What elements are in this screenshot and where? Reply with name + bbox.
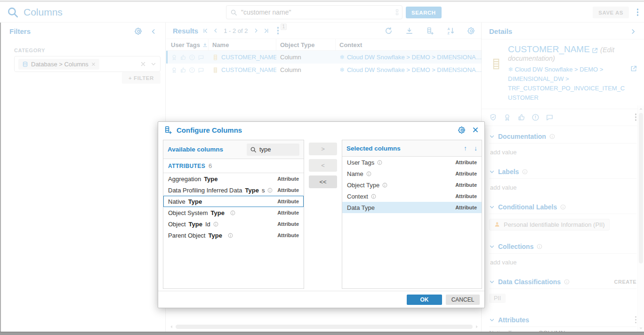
add-value-field[interactable]: add value [489, 144, 636, 161]
section-chevron-down-icon[interactable] [489, 317, 495, 323]
selected-column-item[interactable]: Name Attribute [342, 168, 482, 179]
shield-check-icon[interactable] [489, 113, 497, 121]
add-filter-button[interactable]: + FILTER [122, 72, 161, 84]
col-header-name[interactable]: Name [212, 41, 229, 48]
col-header-user-tags[interactable]: User Tags [171, 41, 200, 48]
open-object-external-link-icon[interactable] [591, 47, 598, 54]
collapse-filters-chevron-left-icon[interactable] [150, 28, 157, 35]
available-column-item[interactable]: Object System Type Attribute [163, 207, 304, 218]
certification-award-icon[interactable] [171, 67, 177, 73]
selected-column-item[interactable]: Data Type Attribute [342, 202, 482, 213]
data-classification-chip[interactable]: PII [489, 294, 506, 303]
sort-desc-arrow-icon[interactable] [202, 42, 208, 48]
endorse-thumbs-up-icon[interactable] [180, 67, 186, 73]
section-title[interactable]: Documentation [498, 133, 546, 140]
filters-settings-gear-icon[interactable] [135, 27, 143, 35]
header-kebab-menu-icon[interactable] [637, 8, 639, 16]
table-row[interactable]: CUSTOMER_NAME Column ❄ Cloud DW Snowflak… [166, 64, 482, 76]
scrollbar-thumb[interactable] [639, 113, 643, 263]
available-column-item[interactable]: Aggregation Type Attribute [163, 173, 304, 184]
select-chevron-down-icon[interactable] [151, 61, 156, 67]
move-left-button[interactable]: < [309, 159, 337, 172]
save-as-button[interactable]: SAVE AS [593, 7, 629, 18]
section-title[interactable]: Attributes [498, 316, 529, 324]
certification-award-icon[interactable] [503, 113, 511, 121]
section-title[interactable]: Labels [498, 168, 519, 175]
available-columns-search-box[interactable] [247, 144, 299, 156]
configure-columns-icon[interactable] [426, 27, 434, 35]
scroll-left-arrow-icon[interactable] [169, 324, 174, 329]
ok-button[interactable]: OK [407, 295, 442, 305]
comment-icon[interactable] [198, 54, 204, 61]
object-name[interactable]: CUSTOMER_NAME [508, 44, 590, 54]
category-chip[interactable]: Database > Columns [18, 59, 99, 70]
main-search-input[interactable] [241, 8, 396, 16]
available-column-item[interactable]: Native Type Attribute [163, 196, 304, 207]
result-name-link[interactable]: CUSTOMER_NAME [221, 54, 276, 61]
search-button[interactable]: SEARCH [406, 7, 442, 18]
warning-alert-icon[interactable] [189, 67, 195, 73]
remove-chip-x-icon[interactable] [91, 62, 96, 66]
prev-page-icon[interactable] [213, 28, 218, 33]
selected-column-item[interactable]: Object Type Attribute [342, 179, 482, 191]
section-chevron-down-icon[interactable] [489, 134, 495, 139]
section-chevron-down-icon[interactable] [489, 244, 495, 249]
move-right-button[interactable]: > [309, 143, 337, 155]
certification-award-icon[interactable] [171, 54, 177, 61]
table-row[interactable]: CUSTOMER_NAME Column ❄ Cloud DW Snowflak… [166, 51, 482, 64]
clear-select-x-icon[interactable] [140, 61, 146, 67]
section-chevron-down-icon[interactable] [489, 279, 495, 285]
first-page-icon[interactable] [202, 28, 209, 34]
result-context-link[interactable]: Cloud DW Snowflake > DEMO > DIMENSIONAL_… [347, 66, 482, 73]
cancel-button[interactable]: CANCEL [446, 295, 480, 305]
col-header-object-type[interactable]: Object Type [280, 41, 314, 48]
result-name-link[interactable]: CUSTOMER_NAME [221, 66, 276, 73]
selected-column-item[interactable]: Context Attribute [342, 191, 482, 202]
open-source-external-link-icon[interactable] [630, 65, 637, 72]
create-classification-button[interactable]: CREATE [614, 279, 636, 285]
available-column-item[interactable]: Parent Object Type Attribute [163, 230, 304, 241]
scroll-up-arrow-icon[interactable] [638, 106, 644, 112]
section-title[interactable]: Conditional Labels [498, 203, 557, 211]
results-kebab-menu-icon[interactable]: 1 [277, 27, 279, 34]
refresh-icon[interactable] [385, 27, 393, 35]
section-title[interactable]: Data Classifications [498, 278, 561, 286]
object-kebab-menu-icon[interactable] [635, 113, 637, 121]
warning-alert-icon[interactable] [531, 113, 539, 121]
col-header-context[interactable]: Context [339, 41, 362, 48]
results-settings-gear-icon[interactable] [467, 27, 475, 35]
available-column-item[interactable]: Data Profiling Inferred Data Types Attri… [163, 184, 304, 196]
main-search-box[interactable] [226, 5, 402, 19]
section-title[interactable]: Collections [498, 243, 533, 250]
result-context-link[interactable]: Cloud DW Snowflake > DEMO > DIMENSIONAL_… [347, 54, 482, 61]
scroll-right-arrow-icon[interactable] [474, 324, 479, 329]
section-chevron-down-icon[interactable] [489, 204, 495, 210]
attributes-kebab-menu-icon[interactable] [635, 316, 637, 324]
comment-icon[interactable] [546, 113, 554, 121]
category-select[interactable]: Database > Columns [14, 56, 161, 72]
endorse-thumbs-up-icon[interactable] [517, 113, 525, 121]
move-up-arrow-icon[interactable]: ↑ [464, 144, 467, 152]
download-icon[interactable] [405, 27, 413, 35]
next-page-icon[interactable] [253, 28, 259, 33]
move-all-left-button[interactable]: << [309, 175, 337, 188]
move-down-arrow-icon[interactable]: ↓ [474, 144, 477, 152]
warning-alert-icon[interactable] [189, 54, 195, 61]
vertical-scrollbar[interactable] [637, 105, 644, 332]
comment-icon[interactable] [198, 67, 204, 73]
horizontal-scrollbar[interactable] [169, 324, 479, 330]
endorse-thumbs-up-icon[interactable] [180, 54, 186, 61]
selected-column-item[interactable]: User Tags Attribute [342, 157, 482, 168]
modal-settings-gear-icon[interactable] [458, 126, 466, 134]
scrollbar-thumb[interactable] [176, 325, 473, 329]
saved-search-icon[interactable] [396, 9, 398, 15]
add-value-field[interactable]: add value [489, 179, 636, 197]
add-value-field[interactable]: add value [489, 254, 636, 271]
scroll-down-arrow-icon[interactable] [638, 326, 644, 331]
modal-close-x-icon[interactable] [472, 127, 479, 133]
section-chevron-down-icon[interactable] [489, 169, 495, 175]
sort-az-icon[interactable] [447, 27, 455, 35]
conditional-label-chip[interactable]: Personal Identifiable Information (PII) [489, 219, 610, 231]
last-page-icon[interactable] [263, 28, 269, 34]
collapse-details-chevron-right-icon[interactable] [630, 28, 636, 35]
